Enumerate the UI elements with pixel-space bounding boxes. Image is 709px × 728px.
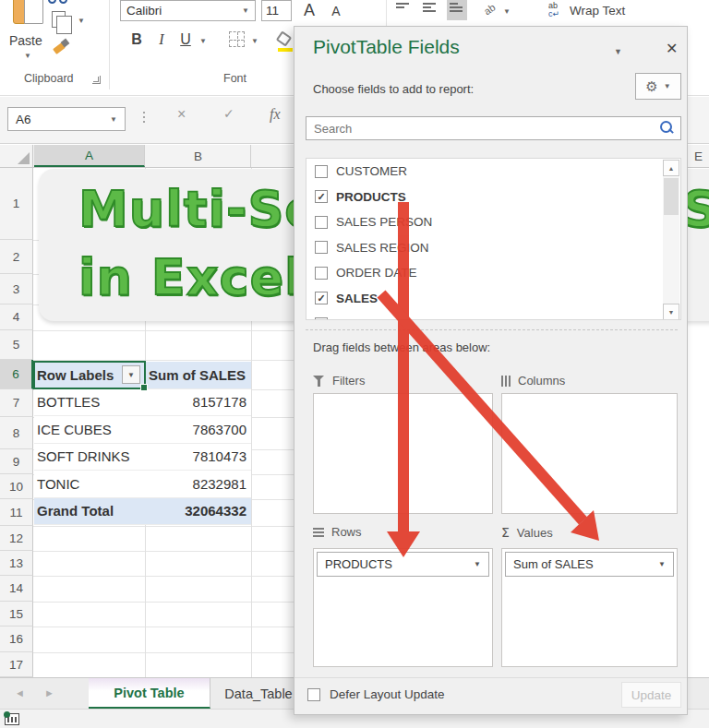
- copy-icon[interactable]: [52, 11, 66, 28]
- tab-scroll-right-icon[interactable]: ►: [44, 687, 54, 698]
- row-header-3[interactable]: 3: [0, 274, 33, 304]
- tools-button[interactable]: ⚙ ▼: [635, 73, 681, 100]
- row-header-5[interactable]: 5: [0, 330, 33, 360]
- field-list-scrollbar[interactable]: ▲ ▼: [663, 160, 679, 320]
- sheet-tab-pivot-table[interactable]: Pivot Table: [89, 678, 210, 709]
- update-button[interactable]: Update: [621, 682, 681, 708]
- values-field-button[interactable]: Sum of SALES▼: [505, 552, 674, 577]
- row-header-17[interactable]: 17: [0, 652, 33, 677]
- borders-caret[interactable]: ▼: [251, 37, 258, 45]
- rows-area-header: Rows: [313, 525, 362, 539]
- field-item-sales-person[interactable]: SALES PERSON: [306, 209, 680, 235]
- orientation-icon[interactable]: ab: [482, 2, 498, 18]
- field-item-customer[interactable]: CUSTOMER: [306, 159, 680, 185]
- row-header-12[interactable]: 12: [0, 526, 33, 551]
- columns-area-header: Columns: [501, 374, 565, 388]
- field-item-sales-region[interactable]: SALES REGION: [306, 235, 680, 261]
- name-box-caret[interactable]: ▼: [110, 115, 117, 124]
- panel-options-caret[interactable]: ▼: [614, 47, 622, 56]
- sheet-title-line2: in Excel: [78, 248, 303, 306]
- column-header-e[interactable]: E: [688, 145, 709, 167]
- middle-align-button[interactable]: [420, 0, 440, 20]
- defer-checkbox[interactable]: [307, 688, 320, 701]
- row-header-6[interactable]: 6: [0, 360, 33, 389]
- column-header-b[interactable]: B: [146, 145, 251, 167]
- pivot-row[interactable]: SOFT DRINKS7810473: [34, 444, 251, 471]
- checkbox-unchecked[interactable]: [315, 216, 328, 229]
- row-header-15[interactable]: 15: [0, 602, 33, 627]
- pivot-row[interactable]: BOTTLES8157178: [34, 389, 251, 417]
- column-header-a[interactable]: A: [34, 145, 145, 167]
- scroll-down-icon[interactable]: ▼: [663, 304, 679, 320]
- wrap-text-button[interactable]: Wrap Text: [570, 4, 625, 18]
- row-header-4[interactable]: 4: [0, 304, 33, 330]
- format-painter-icon[interactable]: [52, 39, 68, 54]
- pivot-row[interactable]: TONIC8232981: [34, 471, 251, 498]
- columns-drop-area[interactable]: [501, 393, 678, 514]
- select-all-corner[interactable]: [0, 145, 33, 167]
- row-header-16[interactable]: 16: [0, 627, 33, 652]
- clipboard-dialog-launcher[interactable]: [92, 76, 101, 84]
- values-area-header: Σ Values: [501, 525, 553, 540]
- enter-button[interactable]: ✓: [223, 106, 234, 121]
- underline-caret[interactable]: ▼: [199, 37, 207, 45]
- cancel-button[interactable]: ×: [177, 106, 186, 123]
- search-input[interactable]: [306, 122, 658, 136]
- paste-dropdown-caret[interactable]: ▼: [24, 52, 31, 60]
- search-icon[interactable]: [658, 120, 675, 137]
- checkbox-unchecked[interactable]: [315, 267, 328, 280]
- rows-field-caret[interactable]: ▼: [474, 560, 481, 568]
- scroll-thumb[interactable]: [664, 178, 679, 215]
- row-header-7[interactable]: 7: [0, 389, 33, 417]
- field-item-financial-year[interactable]: FINANCIAL YEAR: [306, 311, 680, 320]
- grow-font-button[interactable]: A: [297, 0, 321, 21]
- pivot-row[interactable]: ICE CUBES7863700: [34, 416, 251, 444]
- row-header-10[interactable]: 10: [0, 474, 33, 499]
- fill-color-icon[interactable]: [278, 31, 294, 52]
- checkbox-checked[interactable]: ✓: [315, 292, 328, 304]
- row-labels-filter-button[interactable]: ▼: [122, 365, 140, 384]
- pivot-header-sumsales[interactable]: Sum of SALES: [145, 362, 251, 388]
- font-name-value: Calibri: [126, 4, 162, 18]
- row-header-9[interactable]: 9: [0, 449, 33, 474]
- row-header-11[interactable]: 11: [0, 499, 33, 526]
- shrink-font-button[interactable]: A: [325, 0, 347, 21]
- checkbox-unchecked[interactable]: [315, 241, 328, 254]
- rows-field-button[interactable]: PRODUCTS▼: [317, 552, 489, 577]
- top-align-button[interactable]: [393, 0, 414, 20]
- field-item-products[interactable]: ✓PRODUCTS: [306, 185, 680, 210]
- bottom-align-button[interactable]: [447, 0, 467, 20]
- row-header-8[interactable]: 8: [0, 417, 33, 449]
- italic-button[interactable]: I: [151, 28, 172, 52]
- row-header-2[interactable]: 2: [0, 240, 33, 274]
- checkbox-unchecked[interactable]: [315, 317, 328, 320]
- underline-button[interactable]: U: [175, 28, 196, 52]
- tab-scroll-left-icon[interactable]: ◄: [15, 687, 25, 698]
- name-box[interactable]: A6 ▼: [7, 107, 126, 131]
- values-field-caret[interactable]: ▼: [658, 560, 666, 568]
- copy-dropdown-caret[interactable]: ▼: [78, 17, 85, 25]
- macro-record-icon[interactable]: [5, 713, 19, 725]
- field-item-sales[interactable]: ✓SALES: [306, 286, 680, 312]
- close-icon[interactable]: ✕: [666, 40, 678, 57]
- row-header-14[interactable]: 14: [0, 576, 33, 602]
- row-header-13[interactable]: 13: [0, 551, 33, 576]
- formula-bar-grip[interactable]: [143, 112, 145, 123]
- filters-drop-area[interactable]: [313, 393, 493, 514]
- field-item-order-date[interactable]: ORDER DATE: [306, 260, 680, 286]
- borders-button[interactable]: [229, 31, 245, 47]
- checkbox-checked[interactable]: ✓: [315, 190, 328, 203]
- cut-scissors-icon[interactable]: [48, 0, 70, 6]
- pivot-grand-total-row[interactable]: Grand Total32064332: [34, 498, 251, 526]
- insert-function-button[interactable]: fx: [270, 106, 281, 123]
- defer-layout-update[interactable]: Defer Layout Update: [307, 687, 445, 701]
- checkbox-unchecked[interactable]: [315, 165, 328, 178]
- font-name-combo[interactable]: Calibri▼: [120, 0, 256, 21]
- choose-fields-label: Choose fields to add to report:: [313, 82, 474, 96]
- bold-button[interactable]: B: [126, 28, 148, 52]
- row-header-1[interactable]: 1: [0, 168, 33, 240]
- scroll-up-icon[interactable]: ▲: [663, 160, 679, 176]
- font-size-combo[interactable]: 11: [261, 0, 292, 21]
- orientation-caret[interactable]: ▼: [503, 7, 511, 16]
- pivot-table[interactable]: Row Labels Sum of SALES BOTTLES8157178 I…: [34, 362, 251, 525]
